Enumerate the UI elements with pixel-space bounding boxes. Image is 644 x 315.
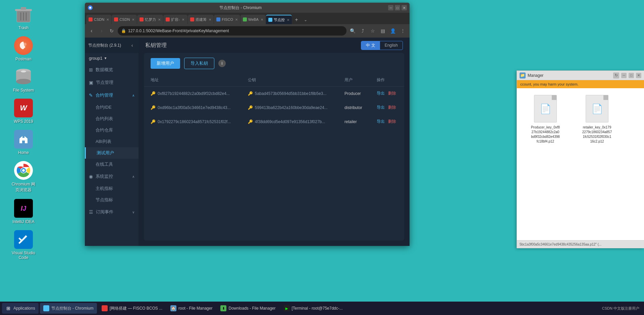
- fm-file-item-producer[interactable]: 📄 Producer_key_0xf827b19244882c2a0bd9f32…: [524, 95, 567, 144]
- fm-max-btn[interactable]: □: [629, 73, 634, 78]
- lang-zh-btn[interactable]: 中 文: [361, 41, 380, 50]
- taskbar-item-fileroot[interactable]: 🏠 root - File Manager: [167, 303, 216, 314]
- postman-label: Postman: [15, 57, 31, 61]
- sidebar-sub-contractlist[interactable]: 合约列表: [85, 113, 139, 124]
- taskbar-item-chromium[interactable]: 节点控制台 - Chromium: [40, 303, 97, 314]
- pubkey-copy-icon-2[interactable]: 🔑: [248, 105, 253, 110]
- sidebar-item-contractmanage[interactable]: ✎ 合约管理 ∧: [85, 89, 139, 102]
- row2-address: 🔑 0xd96bc1a3f00a5c34661e7ed9438c43...: [144, 101, 241, 115]
- tab-csdn2[interactable]: CSDN ✕: [112, 15, 137, 24]
- desktop-icon-postman[interactable]: Postman: [3, 36, 44, 61]
- nav-forward-btn[interactable]: ›: [98, 27, 106, 35]
- tab-close-weba[interactable]: ✕: [261, 18, 263, 21]
- sidebar-sub-nodemetric[interactable]: 节点指标: [85, 194, 139, 206]
- tab-weba[interactable]: WeBA ✕: [240, 15, 266, 24]
- fileroot-taskbar-label: root - File Manager: [178, 306, 212, 311]
- bookmark-icon-btn[interactable]: ☆: [369, 27, 377, 35]
- sidebar-sub-contractwarehouse[interactable]: 合约仓库: [85, 124, 139, 136]
- row1-export-btn[interactable]: 导出: [377, 91, 385, 96]
- tab-close-jiedian[interactable]: ✕: [287, 18, 289, 22]
- tab-fisco[interactable]: FISCO ✕: [214, 15, 240, 24]
- tab-close-csdn1[interactable]: ✕: [106, 18, 109, 21]
- table-container: 新增用户 导入私钥 i 地址 公: [144, 53, 404, 241]
- desktop-icon-filesystem[interactable]: File System: [3, 67, 44, 93]
- lang-en-btn[interactable]: English: [380, 41, 402, 50]
- taskbar-item-network[interactable]: [网络搭建 — FISCO BCOS ...: [98, 303, 166, 314]
- pubkey-copy-icon-3[interactable]: 🔑: [248, 119, 253, 124]
- desktop-icon-wps[interactable]: W WPS 2019: [3, 99, 44, 124]
- nav-back-btn[interactable]: ‹: [88, 27, 96, 35]
- main-content: 私钥管理 中 文 English 新增用户: [139, 38, 410, 246]
- address-copy-icon-2[interactable]: 🔑: [151, 105, 156, 110]
- row3-delete-btn[interactable]: 删除: [388, 119, 396, 124]
- desktop-icon-intellij[interactable]: IJ IntelliJ IDEA: [3, 199, 44, 224]
- row1-delete-btn[interactable]: 删除: [388, 91, 396, 96]
- sidebar-item-nodemanage[interactable]: ▣ 节点管理: [85, 76, 139, 89]
- tab-jiedian[interactable]: 节点控 ✕: [266, 15, 292, 24]
- tab-kuozhan[interactable]: 扩容- ✕: [163, 15, 187, 24]
- row2-delete-btn[interactable]: 删除: [388, 105, 396, 110]
- tab-close-csdn2[interactable]: ✕: [132, 18, 135, 21]
- profile-icon-btn[interactable]: 👤: [389, 27, 397, 35]
- sidebar-sub-contractide[interactable]: 合约IDE: [85, 102, 139, 113]
- tab-label-fisco: FISCO: [222, 17, 233, 21]
- taskbar-apps-btn[interactable]: ⊞ Applications: [2, 303, 39, 314]
- desktop-icon-vscode[interactable]: Visual StudioCode: [3, 230, 44, 260]
- sidebar-item-sysmonitor[interactable]: ◉ 系统监控 ∧: [85, 170, 139, 183]
- import-key-btn[interactable]: 导入私钥: [184, 58, 214, 69]
- tab-csdn1[interactable]: CSDN ✕: [86, 15, 111, 24]
- url-display[interactable]: 127.0.0.1:5002/WeBase-Front/#/privateKey…: [128, 29, 343, 33]
- browser-min-btn[interactable]: ─: [388, 5, 393, 10]
- new-tab-btn[interactable]: +: [292, 15, 301, 24]
- address-copy-icon[interactable]: 🔑: [151, 91, 156, 96]
- nav-refresh-btn[interactable]: ↻: [108, 27, 116, 35]
- group-selector[interactable]: group1 ▼: [85, 53, 139, 63]
- taskbar-item-filedown[interactable]: ⬇ Downloads - File Manager: [217, 303, 279, 314]
- tab-close-kuozhan[interactable]: ✕: [182, 18, 184, 21]
- tab-yimeng[interactable]: 忆梦力 ✕: [137, 15, 163, 24]
- sidebar-sub-abilist[interactable]: ABI列表: [85, 136, 139, 147]
- pubkey-copy-icon-1[interactable]: 🔑: [248, 91, 253, 96]
- row2-export-btn[interactable]: 导出: [377, 105, 385, 110]
- search-icon-btn[interactable]: 🔍: [348, 27, 357, 35]
- info-icon-btn[interactable]: i: [218, 60, 226, 67]
- sidebar-item-eventsubscribe[interactable]: ☰ 订阅事件 ∨: [85, 206, 139, 218]
- hostmetric-label: 主机指标: [96, 186, 113, 191]
- desktop-icon-chromium[interactable]: Chromium 网页浏览器: [3, 161, 44, 193]
- share-icon-btn[interactable]: ⤴: [359, 27, 367, 35]
- menu-icon-btn[interactable]: ⋮: [399, 27, 407, 35]
- fm-close-btn[interactable]: ✕: [636, 73, 641, 78]
- dashboard-label: 数据概览: [96, 67, 113, 73]
- sidebar-collapse-btn[interactable]: ‹: [129, 42, 135, 48]
- address-copy-icon-3[interactable]: 🔑: [151, 119, 156, 124]
- network-taskbar-label: [网络搭建 — FISCO BCOS ...: [110, 306, 162, 311]
- browser-close-btn[interactable]: ✕: [401, 5, 407, 10]
- fm-file-item-retailer[interactable]: 📄 retailer_key_0x1792279c1860234a8571fc5…: [575, 95, 619, 144]
- eventsubscribe-icon: ☰: [89, 209, 93, 215]
- sidebar-sub-testuser[interactable]: 测试用户: [85, 147, 139, 159]
- tab-close-yimeng[interactable]: ✕: [158, 18, 161, 21]
- fm-refresh-btn[interactable]: ↻: [613, 72, 619, 78]
- tab-close-sajian[interactable]: ✕: [209, 18, 211, 21]
- desktop-icon-home[interactable]: Home: [3, 130, 44, 155]
- svg-point-15: [22, 169, 25, 172]
- new-user-btn[interactable]: 新增用户: [151, 58, 180, 69]
- sidebar-toggle-icon-btn[interactable]: ▤: [379, 27, 387, 35]
- sidebar-item-dashboard[interactable]: ⊞ 数据概览: [85, 63, 139, 76]
- fm-min-btn[interactable]: ─: [621, 73, 627, 78]
- fm-warning-bar: ccount, you may harm your system.: [517, 80, 644, 88]
- table-row: 🔑 0x1792279c1860234a8571fc52531f02f... 🔑…: [144, 115, 404, 129]
- row3-export-btn[interactable]: 导出: [377, 119, 385, 124]
- fm-file-icon-retailer: 📄: [586, 95, 608, 122]
- tab-sajian[interactable]: 搭建筹 ✕: [188, 15, 214, 24]
- fm-logo: 📁: [520, 72, 526, 78]
- trash-icon: [15, 6, 32, 23]
- sidebar-sub-hostmetric[interactable]: 主机指标: [85, 183, 139, 194]
- sidebar-sub-onlinetool[interactable]: 在线工具: [85, 159, 139, 170]
- desktop-icon-trash[interactable]: Trash: [3, 5, 44, 30]
- browser-max-btn[interactable]: □: [395, 5, 400, 10]
- tab-close-fisco[interactable]: ✕: [235, 18, 238, 21]
- onlinetool-label: 在线工具: [96, 162, 113, 167]
- tab-overflow-btn[interactable]: ⌄: [301, 15, 310, 24]
- taskbar-item-terminal[interactable]: ▶ [Terminal - root@75e7ddc-...: [280, 303, 346, 314]
